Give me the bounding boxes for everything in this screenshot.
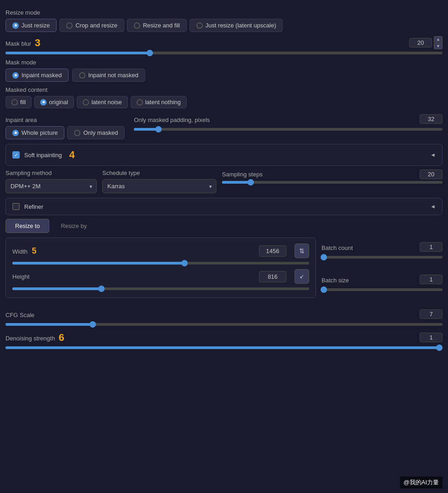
batch-count-section: Batch count 1 (322, 240, 443, 259)
soft-inpainting-checkbox[interactable]: ✓ (12, 151, 20, 159)
mask-blur-thumb[interactable] (147, 50, 153, 56)
cfg-scale-slider[interactable] (5, 323, 443, 326)
radio-latent-nothing (137, 99, 143, 106)
height-value[interactable]: 816 (259, 271, 286, 282)
inpaint-area-right: Only masked padding, pixels 32 (134, 112, 443, 139)
height-thumb[interactable] (98, 286, 105, 292)
resize-mode-just-resize-latent[interactable]: Just resize (latent upscale) (190, 19, 283, 32)
denoising-strength-fill (5, 346, 443, 349)
only-masked-padding-thumb[interactable] (155, 126, 162, 133)
radio-inpaint-not-masked (79, 72, 85, 79)
cfg-scale-value[interactable]: 7 (420, 309, 443, 319)
inpaint-area-options: Whole picture Only masked (5, 126, 125, 139)
soft-inpainting-row[interactable]: ✓ Soft inpainting 4 ◄ (5, 144, 443, 166)
inpaint-area-left: Inpaint area Whole picture Only masked (5, 112, 125, 139)
sampling-section: Sampling method DPM++ 2M Euler Euler a D… (5, 170, 443, 193)
batch-count-value[interactable]: 1 (420, 242, 443, 252)
denoising-strength-badge: 6 (58, 332, 64, 344)
mask-blur-label: Mask blur (5, 40, 31, 47)
soft-inpainting-left: ✓ Soft inpainting 4 (12, 149, 75, 161)
denoising-strength-thumb[interactable] (436, 345, 443, 351)
inpaint-area-whole-picture[interactable]: Whole picture (5, 126, 64, 139)
width-slider[interactable] (12, 262, 309, 265)
soft-inpainting-label: Soft inpainting (24, 152, 62, 159)
cfg-scale-thumb[interactable] (90, 321, 96, 328)
masked-content-fill[interactable]: fill (5, 96, 32, 108)
radio-only-masked (74, 130, 80, 136)
wh-batch-right: Batch count 1 Batch size 1 (322, 219, 443, 302)
swap-dimensions-button[interactable]: ⇅ (295, 244, 309, 258)
mask-mode-section: Mask mode Inpaint masked Inpaint not mas… (5, 59, 443, 82)
mask-blur-down[interactable]: ▼ (434, 43, 443, 49)
radio-crop-and-resize (66, 22, 73, 29)
batch-size-thumb[interactable] (321, 286, 327, 293)
mask-blur-up[interactable]: ▲ (434, 36, 443, 42)
inpaint-area-only-masked[interactable]: Only masked (67, 126, 125, 139)
radio-original (40, 99, 47, 106)
watermark: @我的AI力量 (400, 477, 443, 488)
sampling-method-select[interactable]: DPM++ 2M Euler Euler a DDIM (5, 179, 97, 193)
resize-mode-resize-and-fill[interactable]: Resize and fill (127, 19, 187, 32)
sampling-steps-thumb[interactable] (248, 179, 254, 186)
only-masked-padding-slider[interactable] (134, 128, 443, 131)
height-label: Height (12, 273, 35, 280)
radio-resize-and-fill (134, 22, 140, 29)
sampling-method-col: Sampling method DPM++ 2M Euler Euler a D… (5, 170, 97, 193)
sampling-steps-slider[interactable] (222, 181, 443, 184)
resize-tabs: Resize to Resize by (5, 219, 316, 233)
resize-mode-crop-and-resize[interactable]: Crop and resize (59, 19, 124, 32)
mask-blur-section: Mask blur 3 20 ▲ ▼ (5, 36, 443, 54)
refiner-checkbox[interactable] (12, 203, 20, 210)
radio-whole-picture (12, 130, 19, 136)
width-height-section: Width 5 1456 ⇅ Height 816 ↙ (5, 238, 316, 298)
radio-fill (11, 99, 18, 106)
batch-count-thumb[interactable] (321, 254, 327, 260)
batch-size-slider[interactable] (322, 288, 443, 291)
height-slider[interactable] (12, 287, 309, 290)
cfg-scale-label: CFG Scale (5, 312, 35, 318)
only-masked-padding-value[interactable]: 32 (420, 114, 443, 124)
aspect-ratio-button[interactable]: ↙ (295, 269, 309, 284)
batch-count-slider[interactable] (322, 256, 443, 259)
radio-latent-noise (83, 99, 89, 106)
refiner-arrow: ◄ (430, 203, 436, 210)
mask-mode-label: Mask mode (5, 59, 443, 66)
sampling-steps-fill (222, 181, 251, 184)
denoising-strength-label: Denoising strength (5, 335, 55, 342)
inpaint-area-section: Inpaint area Whole picture Only masked O… (5, 112, 443, 139)
schedule-type-select[interactable]: Karras Uniform Exponential (102, 179, 216, 193)
refiner-label: Refiner (24, 203, 43, 210)
sampling-method-wrapper: DPM++ 2M Euler Euler a DDIM (5, 179, 97, 193)
sampling-steps-col: Sampling steps 20 (222, 170, 443, 186)
mask-blur-value[interactable]: 20 (409, 38, 432, 48)
width-value[interactable]: 1456 (259, 245, 286, 257)
width-row-container: Width 5 1456 ⇅ (12, 244, 309, 265)
tab-resize-by[interactable]: Resize by (51, 219, 96, 233)
batch-size-section: Batch size 1 (322, 272, 443, 291)
tab-resize-to[interactable]: Resize to (5, 219, 49, 233)
batch-size-label: Batch size (322, 277, 349, 284)
resize-mode-just-resize[interactable]: Just resize (5, 19, 57, 32)
wh-batch-row: Resize to Resize by Width 5 1456 ⇅ (5, 219, 443, 302)
width-row: Width 5 1456 ⇅ (12, 244, 309, 258)
denoising-strength-slider[interactable] (5, 346, 443, 349)
only-masked-padding-fill (134, 128, 158, 131)
denoising-strength-section: Denoising strength 6 1 (5, 330, 443, 349)
width-label: Width 5 (12, 246, 37, 256)
denoising-strength-value[interactable]: 1 (420, 333, 443, 342)
mask-mode-inpaint-masked[interactable]: Inpaint masked (5, 69, 69, 82)
refiner-left: Refiner (12, 203, 43, 210)
masked-content-latent-noise[interactable]: latent noise (77, 96, 128, 108)
sampling-steps-value[interactable]: 20 (420, 170, 443, 179)
mask-blur-badge: 3 (35, 37, 40, 49)
radio-inpaint-masked (12, 72, 19, 79)
mask-blur-slider[interactable] (5, 52, 443, 54)
only-masked-padding-label: Only masked padding, pixels (134, 117, 210, 123)
mask-mode-inpaint-not-masked[interactable]: Inpaint not masked (72, 69, 145, 82)
refiner-row[interactable]: Refiner ◄ (5, 198, 443, 215)
height-fill (12, 287, 101, 290)
masked-content-latent-nothing[interactable]: latent nothing (131, 96, 187, 108)
batch-size-value[interactable]: 1 (420, 275, 443, 284)
masked-content-original[interactable]: original (34, 96, 74, 108)
width-thumb[interactable] (181, 260, 188, 266)
